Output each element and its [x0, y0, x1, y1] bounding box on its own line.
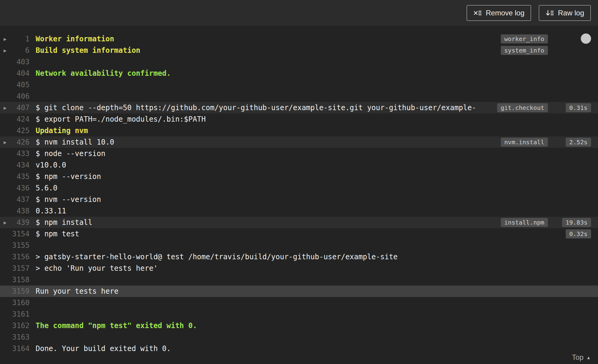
stage-tag-badge: system_info	[501, 46, 548, 55]
download-raw-log-icon	[545, 9, 554, 17]
chevron-up-icon: ▲	[586, 355, 591, 360]
log-row: 3155	[0, 240, 598, 251]
fold-toggle-icon[interactable]: ▶	[0, 220, 11, 225]
line-number[interactable]: 3159	[11, 287, 30, 295]
log-text: v10.0.0	[36, 161, 598, 169]
fold-toggle-icon[interactable]: ▶	[0, 139, 11, 145]
log-text: $ npm test	[36, 230, 598, 238]
log-text: $ npm --version	[36, 172, 598, 181]
log-row: 433$ node --version	[0, 148, 598, 159]
remove-log-icon	[473, 9, 482, 17]
raw-log-button[interactable]: Raw log	[539, 5, 591, 21]
fold-toggle-icon[interactable]: ▶	[0, 36, 11, 42]
log-row: 3159Run your tests here	[0, 286, 598, 297]
log-row: ▶439$ npm install19.83sinstall.npm	[0, 217, 598, 228]
log-text: > echo 'Run your tests here'	[36, 264, 598, 273]
build-log: ▶1Worker informationworker_info▶6Build s…	[0, 33, 598, 354]
log-text: Network availability confirmed.	[36, 69, 598, 78]
log-text: Done. Your build exited with 0.	[36, 344, 598, 353]
log-row: 437$ nvm --version	[0, 194, 598, 205]
log-row: 434v10.0.0	[0, 159, 598, 171]
log-row: 3164Done. Your build exited with 0.	[0, 343, 598, 354]
fold-toggle-icon[interactable]: ▶	[0, 105, 11, 111]
log-row: 4365.6.0	[0, 182, 598, 194]
line-number[interactable]: 439	[11, 218, 30, 227]
line-number[interactable]: 435	[11, 172, 30, 181]
duration-badge: 2.52s	[566, 138, 591, 147]
duration-badge: 0.31s	[566, 103, 591, 112]
toolbar-buttons: Remove log Raw log	[467, 5, 591, 21]
stage-tag-badge: git.checkout	[497, 103, 548, 112]
line-number[interactable]: 6	[11, 46, 30, 55]
log-row: 405	[0, 79, 598, 91]
log-text: Updating nvm	[36, 126, 598, 135]
log-row: 424$ export PATH=./node_modules/.bin:$PA…	[0, 113, 598, 125]
line-number[interactable]: 436	[11, 184, 30, 192]
log-text: 5.6.0	[36, 184, 598, 192]
log-row: ▶407$ git clone --depth=50 https://githu…	[0, 102, 598, 113]
line-number[interactable]: 405	[11, 81, 30, 89]
scroll-indicator[interactable]	[581, 34, 591, 44]
line-number[interactable]: 3156	[11, 253, 30, 261]
duration-badge: 0.32s	[566, 229, 591, 238]
line-number[interactable]: 3162	[11, 321, 30, 330]
log-row: 3160	[0, 297, 598, 308]
line-number[interactable]: 406	[11, 92, 30, 101]
raw-log-label: Raw log	[558, 9, 584, 17]
log-text: $ nvm --version	[36, 195, 598, 204]
fold-toggle-icon[interactable]: ▶	[0, 48, 11, 53]
line-number[interactable]: 3160	[11, 299, 30, 307]
log-row: ▶426$ nvm install 10.02.52snvm.install	[0, 136, 598, 148]
log-text: > gatsby-starter-hello-world@ test /home…	[36, 253, 598, 261]
log-text: The command "npm test" exited with 0.	[36, 321, 598, 330]
line-number[interactable]: 3155	[11, 241, 30, 250]
stage-tag-badge: install.npm	[501, 218, 548, 227]
top-link-label: Top	[572, 353, 584, 362]
remove-log-label: Remove log	[486, 9, 524, 17]
line-number[interactable]: 3157	[11, 264, 30, 273]
stage-tag-badge: worker_info	[501, 34, 548, 43]
line-number[interactable]: 438	[11, 207, 30, 215]
log-row: 425Updating nvm	[0, 125, 598, 136]
duration-badge: 19.83s	[562, 218, 591, 227]
line-number[interactable]: 404	[11, 69, 30, 78]
log-row: 3157> echo 'Run your tests here'	[0, 263, 598, 274]
line-number[interactable]: 3163	[11, 333, 30, 341]
line-number[interactable]: 407	[11, 104, 30, 112]
line-number[interactable]: 424	[11, 115, 30, 123]
log-row: 3162The command "npm test" exited with 0…	[0, 320, 598, 331]
remove-log-button[interactable]: Remove log	[467, 5, 531, 21]
log-row: ▶6Build system informationsystem_info	[0, 45, 598, 56]
log-row: 406	[0, 91, 598, 102]
line-number[interactable]: 3154	[11, 230, 30, 238]
log-row: 3161	[0, 308, 598, 320]
log-row: 435$ npm --version	[0, 171, 598, 182]
line-number[interactable]: 433	[11, 149, 30, 158]
log-row: 4380.33.11	[0, 205, 598, 217]
line-number[interactable]: 434	[11, 161, 30, 169]
log-text: 0.33.11	[36, 207, 598, 215]
log-row: 3154$ npm test0.32s	[0, 228, 598, 240]
log-text: $ export PATH=./node_modules/.bin:$PATH	[36, 115, 598, 123]
log-row: 3158	[0, 274, 598, 286]
log-text: Run your tests here	[36, 287, 598, 295]
log-row: 3156> gatsby-starter-hello-world@ test /…	[0, 251, 598, 263]
jump-to-top-link[interactable]: Top ▲	[572, 353, 591, 362]
log-row: 3163	[0, 331, 598, 343]
line-number[interactable]: 3161	[11, 310, 30, 318]
log-row: ▶1Worker informationworker_info	[0, 33, 598, 45]
line-number[interactable]: 425	[11, 126, 30, 135]
log-row: 404Network availability confirmed.	[0, 68, 598, 79]
line-number[interactable]: 426	[11, 138, 30, 146]
log-text: $ node --version	[36, 149, 598, 158]
line-number[interactable]: 437	[11, 195, 30, 204]
log-row: 403	[0, 56, 598, 68]
line-number[interactable]: 3164	[11, 344, 30, 353]
line-number[interactable]: 1	[11, 35, 30, 43]
stage-tag-badge: nvm.install	[501, 138, 548, 147]
line-number[interactable]: 3158	[11, 276, 30, 284]
line-number[interactable]: 403	[11, 58, 30, 66]
log-toolbar: Remove log Raw log	[0, 0, 598, 26]
